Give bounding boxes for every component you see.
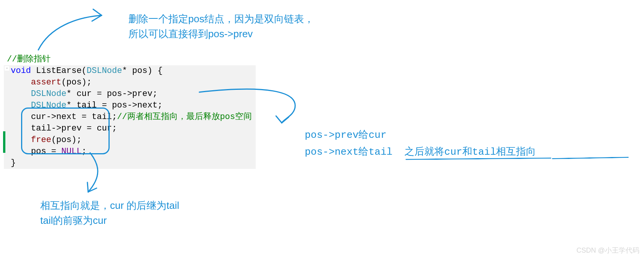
bottom-annotation-line1: 相互指向就是，cur 的后继为tail: [40, 198, 179, 213]
top-annotation: 删除一个指定pos结点，因为是双向链表， 所以可以直接得到pos->prev: [128, 12, 314, 41]
right-note-line1: pos->prev给cur: [305, 127, 536, 144]
code-close-brace: }: [4, 157, 256, 169]
top-annotation-line1: 删除一个指定pos结点，因为是双向链表，: [128, 12, 314, 26]
code-assert-line: assert(pos);: [4, 77, 256, 88]
code-pos-null: pos = NULL;: [4, 146, 256, 157]
code-free: free(pos);: [4, 134, 256, 146]
code-tail-decl: DSLNode* tail = pos->next;: [4, 100, 256, 111]
right-note-extra: 之后就将cur和tail相互指向: [404, 146, 536, 158]
watermark: CSDN @小王学代码: [577, 246, 639, 255]
top-annotation-line2: 所以可以直接得到pos->prev: [128, 26, 314, 41]
underline-stroke-2: [552, 157, 629, 159]
edit-marker: [3, 131, 5, 153]
code-signature: void ListEarse(DSLNode* pos) {: [4, 65, 256, 77]
code-cur-decl: DSLNode* cur = pos->prev;: [4, 88, 256, 100]
code-comment-top: //删除指针: [4, 54, 256, 65]
code-body-block: - void ListEarse(DSLNode* pos) { assert(…: [4, 65, 256, 169]
bottom-annotation-line2: tail的前驱为cur: [40, 213, 179, 228]
bottom-annotation: 相互指向就是，cur 的后继为tail tail的前驱为cur: [40, 198, 179, 228]
code-block: //删除指针 - void ListEarse(DSLNode* pos) { …: [4, 54, 256, 169]
right-note: pos->prev给cur pos->next给tail 之后就将cur和tai…: [305, 127, 536, 160]
code-cur-next: cur->next = tail;//两者相互指向，最后释放pos空间: [4, 111, 256, 123]
collapse-toggle-icon[interactable]: -: [5, 66, 9, 71]
code-tail-prev: tail->prev = cur;: [4, 123, 256, 134]
